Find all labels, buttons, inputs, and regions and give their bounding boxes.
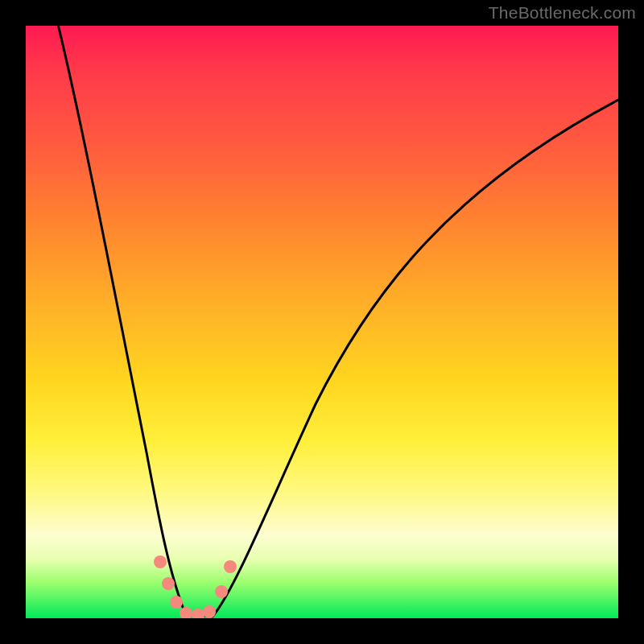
marker-dot [192,609,204,618]
marker-dot [215,585,228,598]
bottleneck-curve [56,26,618,617]
watermark-text: TheBottleneck.com [489,3,636,23]
marker-dot [224,560,237,573]
valley-markers [154,555,237,618]
marker-dot [170,596,183,609]
plot-area [26,26,618,618]
marker-dot [203,605,216,618]
marker-dot [162,577,175,590]
marker-dot [154,555,167,568]
chart-frame: TheBottleneck.com [0,0,644,644]
marker-dot [180,607,192,618]
curve-layer [26,26,618,618]
